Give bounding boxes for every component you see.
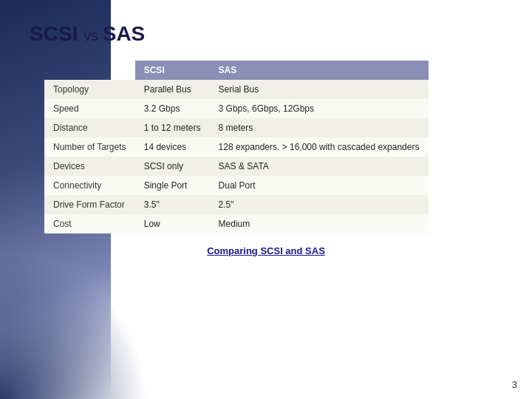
row-scsi-value: Low [135,214,210,233]
comparison-table: SCSI SAS TopologyParallel BusSerial BusS… [44,61,429,233]
col-header-sas: SAS [210,61,429,80]
table-row: Speed3.2 Gbps3 Gbps, 6Gbps, 12Gbps [44,99,429,118]
footer-link[interactable]: Comparing SCSI and SAS [30,245,502,256]
row-scsi-value: 3.5" [135,195,210,214]
row-label: Topology [44,80,135,99]
table-row: CostLowMedium [44,214,429,233]
table-header-row: SCSI SAS [44,61,429,80]
title-vs: vs [83,27,98,44]
row-scsi-value: 14 devices [135,137,210,157]
row-scsi-value: Single Port [135,176,210,195]
row-scsi-value: Parallel Bus [135,80,210,99]
row-sas-value: Dual Port [210,176,429,195]
row-label: Connectivity [44,176,135,195]
page-title: SCSI vs SAS [30,22,502,46]
row-label: Drive Form Factor [44,195,135,214]
row-sas-value: 128 expanders. > 16,000 with cascaded ex… [210,137,429,157]
slide-content: SCSI vs SAS SCSI SAS TopologyParallel Bu… [0,0,532,279]
row-scsi-value: SCSI only [135,157,210,176]
row-sas-value: 3 Gbps, 6Gbps, 12Gbps [210,99,429,118]
row-sas-value: Medium [210,214,429,233]
row-scsi-value: 1 to 12 meters [135,118,210,137]
table-row: TopologyParallel BusSerial Bus [44,80,429,99]
row-sas-value: SAS & SATA [210,157,429,176]
slide-container: SCSI vs SAS SCSI SAS TopologyParallel Bu… [0,0,532,399]
col-header-scsi: SCSI [135,61,210,80]
table-row: Drive Form Factor3.5"2.5" [44,195,429,214]
col-header-label [44,61,135,80]
row-label: Cost [44,214,135,233]
title-scsi: SCSI [30,22,78,45]
row-label: Devices [44,157,135,176]
row-scsi-value: 3.2 Gbps [135,99,210,118]
row-label: Speed [44,99,135,118]
row-sas-value: 2.5" [210,195,429,214]
row-sas-value: Serial Bus [210,80,429,99]
table-row: Number of Targets14 devices128 expanders… [44,137,429,157]
table-row: ConnectivitySingle PortDual Port [44,176,429,195]
row-sas-value: 8 meters [210,118,429,137]
page-number: 3 [512,379,517,390]
row-label: Distance [44,118,135,137]
title-sas: SAS [103,22,146,45]
row-label: Number of Targets [44,137,135,157]
table-row: DevicesSCSI onlySAS & SATA [44,157,429,176]
table-row: Distance1 to 12 meters8 meters [44,118,429,137]
